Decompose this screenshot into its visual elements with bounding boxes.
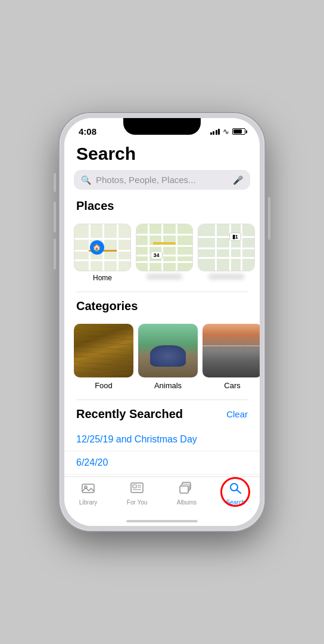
categories-section-title: Categories: [76, 299, 248, 313]
category-card-animals[interactable]: Animals: [138, 324, 198, 390]
category-img-animals: [138, 324, 198, 377]
phone-frame: 4:08 ∿ Search: [60, 113, 264, 531]
categories-section: Categories: [64, 299, 260, 324]
search-placeholder: Photos, People, Places...: [96, 175, 228, 185]
albums-label: Albums: [177, 499, 197, 506]
library-icon: [81, 482, 95, 497]
status-icons: ∿: [210, 127, 246, 136]
places-section-title: Places: [76, 199, 248, 213]
tab-albums[interactable]: Albums: [177, 482, 197, 506]
place-map-3: ▮1: [198, 224, 255, 271]
power-button[interactable]: [268, 197, 270, 240]
category-card-cars[interactable]: Cars: [202, 324, 260, 390]
places-row: 🏠 Home: [64, 224, 260, 292]
silent-button[interactable]: [54, 239, 56, 270]
tab-search[interactable]: Search: [226, 482, 245, 506]
search-input[interactable]: 🔍 Photos, People, Places... 🎤: [74, 170, 250, 190]
svg-rect-9: [180, 486, 188, 493]
place-label-home: Home: [93, 274, 112, 282]
home-marker-icon: 🏠: [90, 240, 104, 255]
for-you-icon: [130, 482, 144, 497]
place-label-2: [147, 274, 182, 280]
category-card-food[interactable]: Food: [74, 324, 133, 390]
volume-down-button[interactable]: [54, 202, 56, 233]
places-divider: [76, 292, 248, 292]
categories-row: Food Animals Cars: [64, 324, 260, 400]
clear-button[interactable]: Clear: [226, 409, 248, 419]
signal-icon: [210, 129, 220, 135]
category-img-cars: [202, 324, 260, 377]
recently-searched-header: Recently Searched Clear: [64, 407, 260, 428]
tab-bar: Library For You: [64, 476, 260, 518]
active-search-ring: [220, 477, 250, 507]
search-item-1[interactable]: 6/24/20: [64, 451, 260, 475]
volume-up-button[interactable]: [54, 173, 56, 192]
for-you-label: For You: [127, 499, 147, 506]
place-card-home[interactable]: 🏠 Home: [74, 224, 131, 282]
tab-library[interactable]: Library: [79, 482, 98, 506]
places-section: Places: [64, 199, 260, 224]
place-map-2: 34: [136, 224, 193, 271]
search-bar-icon: 🔍: [81, 175, 91, 185]
home-indicator: [126, 520, 198, 522]
recently-searched-title: Recently Searched: [76, 407, 183, 421]
mic-icon[interactable]: 🎤: [233, 175, 243, 185]
categories-divider: [76, 400, 248, 400]
category-img-food: [74, 324, 133, 377]
albums-icon: [179, 482, 194, 497]
scroll-content[interactable]: Search 🔍 Photos, People, Places... 🎤 Pla…: [64, 139, 260, 476]
category-label-animals: Animals: [154, 381, 182, 390]
place-label-3: [208, 274, 244, 280]
phone-screen: 4:08 ∿ Search: [64, 118, 260, 526]
screen: 4:08 ∿ Search: [64, 118, 260, 526]
category-label-cars: Cars: [224, 381, 240, 390]
place-map-home: 🏠: [74, 224, 131, 271]
battery-icon: [232, 128, 245, 135]
notch: [123, 118, 201, 135]
place-card-2[interactable]: 34: [136, 224, 193, 282]
search-item-0[interactable]: 12/25/19 and Christmas Day: [64, 428, 260, 451]
category-label-food: Food: [95, 381, 113, 390]
wifi-icon: ∿: [223, 127, 229, 136]
library-label: Library: [79, 499, 98, 506]
place-card-3[interactable]: ▮1: [198, 224, 255, 282]
tab-for-you[interactable]: For You: [127, 482, 147, 506]
page-title: Search: [64, 139, 260, 170]
status-time: 4:08: [79, 126, 96, 137]
svg-rect-0: [82, 484, 94, 493]
svg-rect-3: [133, 485, 136, 488]
